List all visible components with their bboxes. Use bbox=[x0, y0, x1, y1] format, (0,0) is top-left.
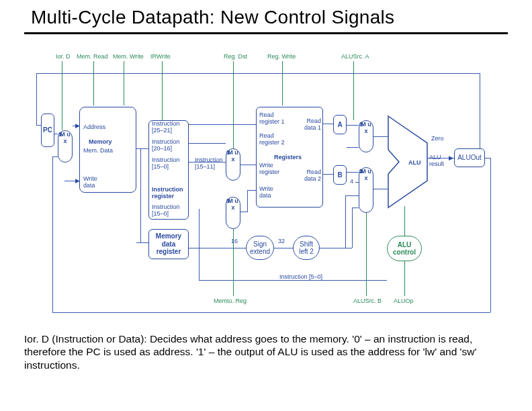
diagram: Ior. D Mem. Read Mem. Write IRWrite Reg.… bbox=[24, 34, 508, 330]
lbl-i2521: Instruction [25–21] bbox=[152, 120, 185, 134]
wire-aluout-down bbox=[490, 158, 491, 312]
lbl-i50: Instruction [5–0] bbox=[279, 273, 322, 280]
wire-pc-in-v bbox=[36, 73, 37, 126]
block-aluout: ALUOut bbox=[454, 148, 485, 167]
signal-alusrcb: ALUSrc. B bbox=[353, 298, 382, 304]
block-signext: Sign extend bbox=[246, 236, 274, 260]
block-a: A bbox=[333, 115, 347, 134]
wire-alu-b bbox=[373, 189, 388, 189]
signal-regdst: Reg. Dst bbox=[224, 53, 247, 60]
lbl-rd1: Read data 1 bbox=[301, 118, 321, 131]
wire-se-in bbox=[189, 248, 246, 248]
wire-rd-a bbox=[189, 143, 226, 144]
lbl-32: 32 bbox=[278, 238, 285, 244]
line-memread bbox=[93, 61, 94, 105]
lbl-registers: Registers bbox=[274, 154, 302, 161]
lbl-rr2: Read register 2 bbox=[259, 132, 286, 146]
wire-pc-in-h bbox=[36, 125, 41, 126]
lbl-wd2: Write data bbox=[259, 185, 279, 199]
wire-mtr-out bbox=[240, 212, 247, 212]
line-regwrite bbox=[282, 61, 283, 105]
wire-srcb3-h bbox=[352, 208, 359, 208]
wire-rr1 bbox=[189, 124, 256, 125]
lbl-wr: Write register bbox=[259, 162, 286, 175]
line-alusrcb bbox=[366, 213, 367, 296]
signal-irwrite: IRWrite bbox=[150, 53, 171, 60]
wire-a-srca bbox=[347, 147, 359, 148]
lbl-rr1: Read register 1 bbox=[259, 111, 286, 125]
lbl-four: 4 bbox=[350, 178, 353, 185]
wire-mem-ir bbox=[136, 148, 148, 149]
block-mdr: Memory data register bbox=[148, 229, 189, 259]
description-text: Ior. D (Instruction or Data): Decides wh… bbox=[0, 330, 532, 371]
wire-aluout-up bbox=[480, 73, 480, 148]
mux-regdst: 0M u x1 bbox=[226, 148, 240, 181]
signal-memread: Mem. Read bbox=[77, 53, 108, 60]
lbl-zero: Zero bbox=[431, 135, 444, 142]
signal-memtoreg: Memto. Reg bbox=[214, 298, 247, 304]
block-b: B bbox=[333, 165, 347, 185]
line-aluop bbox=[404, 261, 405, 296]
mux-alusrca: 0M u x1 bbox=[359, 120, 373, 152]
arrow-aluout: ▶ bbox=[449, 154, 453, 161]
line-alusrca bbox=[353, 61, 354, 120]
wire-srcb3-v bbox=[352, 208, 353, 248]
line-memtoreg bbox=[233, 229, 234, 296]
lbl-16: 16 bbox=[231, 238, 238, 244]
page-title: Multi-Cycle Datapath: New Control Signal… bbox=[0, 0, 532, 31]
lbl-address: Address bbox=[83, 124, 105, 130]
lbl-alu: ALU bbox=[408, 159, 421, 166]
mux-iord: 0M u x1 bbox=[58, 130, 73, 163]
mux-alusrcb: 01M u x23 bbox=[359, 167, 373, 213]
wire-b-in bbox=[323, 174, 333, 175]
line-iord bbox=[62, 61, 62, 130]
wire-wd-in bbox=[247, 190, 256, 191]
lbl-i1511: Instruction [15–11] bbox=[195, 156, 228, 170]
signal-regwrite: Reg. Write bbox=[267, 53, 296, 60]
wire-iord1-h bbox=[52, 156, 58, 157]
wire-a-in bbox=[323, 124, 333, 124]
line-irwrite bbox=[162, 61, 163, 120]
lbl-memdata: Mem. Data bbox=[83, 147, 113, 154]
signal-iord: Ior. D bbox=[56, 53, 71, 60]
wire-i50-v bbox=[199, 209, 200, 280]
line-aluctl-up bbox=[404, 206, 405, 236]
mux-memtoreg: 0M u x1 bbox=[226, 197, 240, 229]
wire-mtr-up bbox=[247, 190, 248, 212]
lbl-ir: Instruction register bbox=[152, 186, 187, 199]
wire-bottom-bus bbox=[52, 312, 490, 313]
wire-iord1-v bbox=[52, 156, 53, 312]
lbl-memory: Memory bbox=[89, 138, 112, 145]
lbl-aluresult: ALU result bbox=[429, 154, 449, 167]
wire-pc-out bbox=[54, 134, 58, 134]
lbl-i150a: Instruction [15–0] bbox=[152, 156, 185, 170]
wire-se-out bbox=[274, 248, 293, 248]
arrow-addr: ▶ bbox=[75, 122, 80, 129]
wire-alu-a bbox=[373, 136, 388, 137]
signal-aluop: ALUOp bbox=[394, 298, 414, 304]
block-sl2: Shift left 2 bbox=[293, 236, 320, 260]
wire-aluout-r bbox=[485, 158, 490, 158]
wire-mdr-in bbox=[136, 242, 148, 243]
line-regdst bbox=[233, 61, 234, 148]
wire-srcb2-h bbox=[345, 195, 359, 196]
wire-b-srcb bbox=[347, 172, 359, 173]
svg-marker-0 bbox=[388, 116, 427, 208]
wire-rd-b bbox=[189, 162, 226, 163]
wire-srcb2-v bbox=[345, 195, 346, 248]
signal-memwrite: Mem. Write bbox=[113, 53, 144, 60]
block-alucontrol: ALU control bbox=[387, 236, 422, 261]
wire-mdr-tap bbox=[140, 148, 141, 242]
lbl-rd2: Read data 2 bbox=[301, 169, 321, 182]
wire-i50 bbox=[199, 280, 387, 281]
signal-alusrca: ALUSrc. A bbox=[341, 53, 369, 60]
wire-sl-out bbox=[320, 248, 352, 248]
wire-wd bbox=[64, 181, 79, 181]
lbl-writedata: Write data bbox=[83, 175, 103, 189]
block-pc: PC bbox=[41, 113, 54, 147]
wire-wr bbox=[240, 165, 256, 165]
wire-top-bus bbox=[36, 73, 480, 74]
lbl-i150b: Instruction [15–0] bbox=[152, 203, 185, 217]
wire-4 bbox=[355, 182, 359, 183]
line-memwrite bbox=[124, 61, 124, 105]
